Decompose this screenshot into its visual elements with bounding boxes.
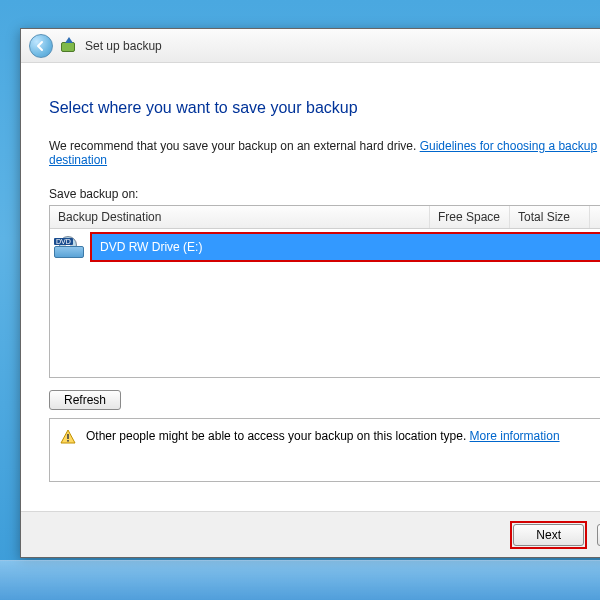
window-title: Set up backup bbox=[85, 39, 162, 53]
taskbar[interactable] bbox=[0, 560, 600, 600]
titlebar: Set up backup bbox=[21, 29, 600, 63]
backup-wizard-window: Set up backup Select where you want to s… bbox=[20, 28, 600, 558]
svg-rect-1 bbox=[67, 440, 69, 442]
page-heading: Select where you want to save your backu… bbox=[49, 99, 600, 117]
back-arrow-icon bbox=[35, 40, 47, 52]
more-information-link[interactable]: More information bbox=[470, 429, 560, 443]
col-spacer bbox=[590, 206, 600, 228]
backup-app-icon bbox=[61, 38, 77, 54]
selected-destination-row[interactable]: DVD RW Drive (E:) bbox=[90, 232, 600, 262]
col-destination[interactable]: Backup Destination bbox=[50, 206, 430, 228]
warning-box: Other people might be able to access you… bbox=[49, 418, 600, 482]
warning-text-container: Other people might be able to access you… bbox=[86, 429, 560, 443]
back-button[interactable] bbox=[29, 34, 53, 58]
footer: Next Cancel bbox=[21, 511, 600, 557]
next-button-highlight: Next bbox=[510, 521, 587, 549]
table-row[interactable]: DVD DVD RW Drive (E:) bbox=[50, 229, 600, 265]
row-free-space bbox=[436, 240, 516, 254]
row-total-size bbox=[516, 240, 596, 254]
next-button[interactable]: Next bbox=[513, 524, 584, 546]
col-free-space[interactable]: Free Space bbox=[430, 206, 510, 228]
refresh-button[interactable]: Refresh bbox=[49, 390, 121, 410]
col-total-size[interactable]: Total Size bbox=[510, 206, 590, 228]
svg-rect-0 bbox=[67, 434, 69, 439]
warning-text: Other people might be able to access you… bbox=[86, 429, 470, 443]
recommendation-text: We recommend that you save your backup o… bbox=[49, 139, 600, 167]
warning-icon bbox=[60, 429, 76, 445]
content-area: Select where you want to save your backu… bbox=[21, 63, 600, 492]
table-header: Backup Destination Free Space Total Size bbox=[50, 206, 600, 229]
destination-table: Backup Destination Free Space Total Size… bbox=[49, 205, 600, 378]
recommendation-plain: We recommend that you save your backup o… bbox=[49, 139, 420, 153]
dvd-drive-icon: DVD bbox=[54, 236, 84, 258]
row-destination-name: DVD RW Drive (E:) bbox=[100, 240, 436, 254]
save-on-label: Save backup on: bbox=[49, 187, 600, 201]
